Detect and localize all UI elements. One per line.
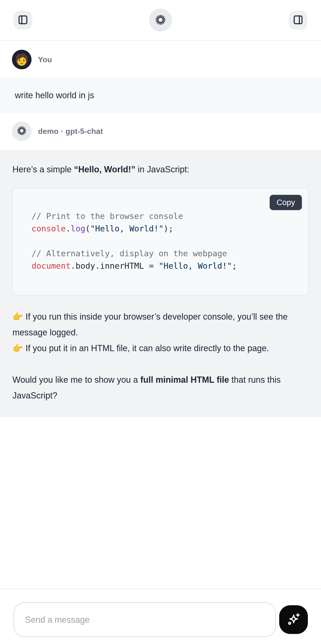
assistant-question: Would you like me to show you a full min… bbox=[12, 372, 309, 404]
user-message-text: write hello world in js bbox=[15, 90, 94, 100]
tip-line-2: 👉 If you put it in an HTML file, it can … bbox=[12, 340, 309, 356]
assistant-tips: 👉 If you run this inside your browser’s … bbox=[12, 309, 309, 356]
chat-empty-area bbox=[0, 417, 321, 588]
assistant-author-row: demo · gpt-5-chat bbox=[0, 112, 321, 150]
intro-prefix: Here’s a simple bbox=[12, 164, 74, 174]
assistant-author-name: demo · gpt-5-chat bbox=[38, 127, 103, 136]
panel-right-icon bbox=[293, 14, 304, 26]
chat-screen: 🧑 You write hello world in js bbox=[0, 0, 321, 644]
assistant-message-bubble: Here’s a simple “Hello, World!” in JavaS… bbox=[0, 150, 321, 417]
message-input[interactable] bbox=[13, 602, 276, 637]
intro-suffix: in JavaScript: bbox=[135, 164, 189, 174]
code-content: // Print to the browser consoleconsole.l… bbox=[13, 188, 308, 295]
code-block: Copy // Print to the browser consolecons… bbox=[12, 188, 309, 296]
user-message-bubble: write hello world in js bbox=[0, 78, 321, 112]
copy-button[interactable]: Copy bbox=[270, 195, 302, 210]
assistant-intro: Here’s a simple “Hello, World!” in JavaS… bbox=[12, 162, 309, 177]
user-message-group: 🧑 You write hello world in js bbox=[0, 41, 321, 112]
question-bold: full minimal HTML file bbox=[140, 375, 229, 385]
user-avatar: 🧑 bbox=[12, 50, 31, 69]
model-button[interactable] bbox=[149, 8, 172, 32]
person-emoji: 🧑 bbox=[15, 54, 28, 65]
sparkles-icon bbox=[286, 612, 302, 628]
sidebar-toggle-button[interactable] bbox=[13, 11, 32, 30]
right-panel-toggle-button[interactable] bbox=[289, 11, 308, 30]
starburst-icon bbox=[154, 14, 167, 27]
question-prefix: Would you like me to show you a bbox=[12, 375, 140, 385]
assistant-avatar bbox=[12, 122, 31, 141]
composer-bar bbox=[0, 588, 321, 644]
tip-line-1: 👉 If you run this inside your browser’s … bbox=[12, 309, 309, 340]
sparkle-button[interactable] bbox=[279, 605, 308, 634]
user-author-row: 🧑 You bbox=[0, 41, 321, 78]
top-bar bbox=[0, 0, 321, 41]
assistant-message-group: demo · gpt-5-chat Here’s a simple “Hello… bbox=[0, 112, 321, 417]
intro-bold: “Hello, World!” bbox=[74, 164, 135, 174]
panel-left-icon bbox=[17, 14, 28, 26]
starburst-icon bbox=[16, 125, 27, 137]
user-author-name: You bbox=[38, 55, 52, 64]
